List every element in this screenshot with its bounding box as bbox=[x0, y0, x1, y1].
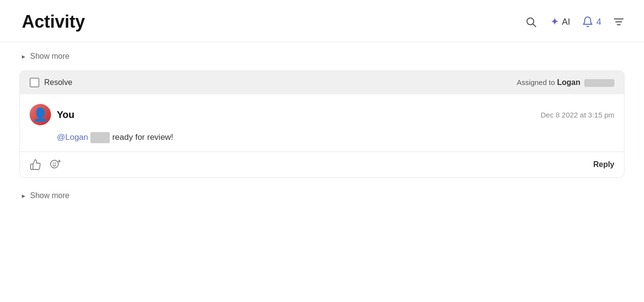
show-more-bottom[interactable]: ▸ Show more bbox=[19, 182, 625, 210]
filter-icon bbox=[613, 16, 625, 28]
emoji-add-icon bbox=[49, 159, 61, 170]
search-icon bbox=[525, 16, 537, 28]
chevron-right-icon-bottom: ▸ bbox=[22, 192, 25, 200]
reply-button[interactable]: Reply bbox=[593, 160, 614, 169]
show-more-top-label: Show more bbox=[30, 52, 69, 61]
comment-actions: Reply bbox=[20, 152, 624, 177]
comment-body: 👤 You Dec 8 2022 at 3:15 pm @Logan ready… bbox=[20, 94, 624, 152]
assigned-name: Logan bbox=[557, 78, 580, 86]
author-name: You bbox=[57, 109, 74, 120]
assign-info: Assigned to Logan █████ bbox=[517, 78, 614, 87]
bell-icon bbox=[582, 16, 593, 28]
thumbs-up-icon bbox=[30, 159, 41, 170]
assigned-name-blurred: █████ bbox=[584, 79, 614, 87]
page-title: Activity bbox=[22, 12, 85, 32]
assigned-text: Assigned to bbox=[517, 78, 555, 86]
blurred-word bbox=[90, 132, 110, 143]
search-button[interactable] bbox=[523, 14, 539, 30]
sparkle-icon: ✦ bbox=[550, 16, 559, 28]
resolve-bar: Resolve Assigned to Logan █████ bbox=[20, 71, 624, 94]
filter-button[interactable] bbox=[613, 16, 625, 28]
show-more-bottom-label: Show more bbox=[30, 191, 69, 200]
mention: @Logan bbox=[57, 133, 88, 142]
ai-label: AI bbox=[562, 17, 570, 27]
ai-button[interactable]: ✦ AI bbox=[550, 16, 570, 28]
message-rest: ready for review! bbox=[112, 133, 173, 142]
header: Activity ✦ AI 4 bbox=[0, 0, 644, 42]
action-icons bbox=[30, 159, 61, 170]
svg-line-1 bbox=[533, 24, 536, 27]
svg-point-5 bbox=[51, 160, 58, 168]
resolve-checkbox[interactable] bbox=[30, 78, 39, 87]
comment-timestamp: Dec 8 2022 at 3:15 pm bbox=[541, 111, 614, 119]
emoji-add-button[interactable] bbox=[49, 159, 61, 170]
thumbs-up-button[interactable] bbox=[30, 159, 41, 170]
notifications-button[interactable]: 4 bbox=[582, 16, 601, 28]
show-more-top[interactable]: ▸ Show more bbox=[19, 42, 625, 70]
header-actions: ✦ AI 4 bbox=[523, 14, 625, 30]
notification-count: 4 bbox=[596, 17, 601, 27]
chevron-right-icon: ▸ bbox=[22, 52, 25, 60]
avatar: 👤 bbox=[30, 104, 51, 125]
comment-header: 👤 You Dec 8 2022 at 3:15 pm bbox=[30, 104, 614, 125]
comment-card: Resolve Assigned to Logan █████ 👤 You De… bbox=[19, 70, 625, 178]
comment-author: 👤 You bbox=[30, 104, 74, 125]
resolve-left: Resolve bbox=[30, 78, 72, 87]
resolve-label: Resolve bbox=[44, 78, 72, 87]
avatar-face: 👤 bbox=[33, 108, 48, 121]
main-content: ▸ Show more Resolve Assigned to Logan ██… bbox=[0, 42, 644, 210]
comment-text: @Logan ready for review! bbox=[30, 131, 614, 144]
